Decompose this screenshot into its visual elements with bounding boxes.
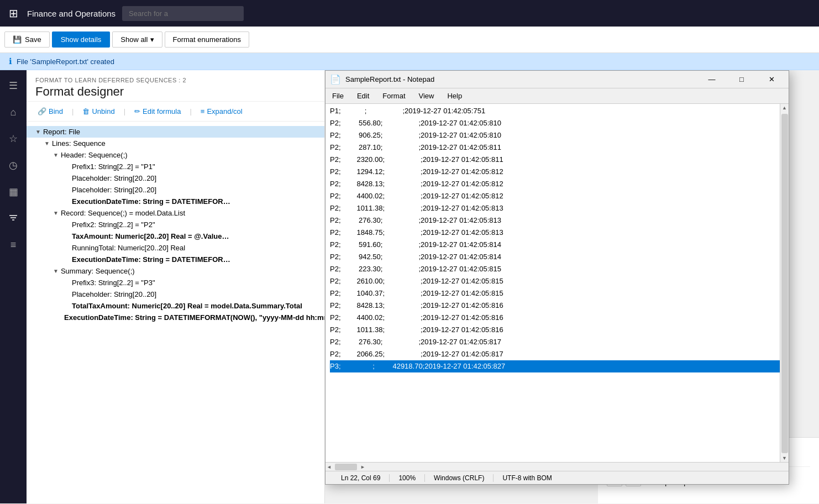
notepad-line: P2; 8428.13; ;2019-12-27 01:42:05:816 — [330, 300, 784, 312]
encoding: UTF-8 with BOM — [494, 474, 560, 482]
sidebar-icon-filter[interactable] — [2, 207, 24, 229]
line-endings: Windows (CRLF) — [425, 474, 494, 482]
top-bar: ⊞ Finance and Operations — [0, 0, 819, 27]
toolbar-separator-2: | — [124, 107, 125, 116]
show-all-button[interactable]: Show all ▾ — [112, 32, 162, 48]
sidebar-icon-clock[interactable]: ◷ — [2, 154, 24, 176]
tree-arrow-icon[interactable]: ▼ — [53, 268, 59, 274]
tree-item[interactable]: ▼Header: Sequence(;) — [27, 149, 324, 161]
tree-item[interactable]: TotalTaxAmount: Numeric[20..20] Real = m… — [27, 300, 324, 312]
tree-item[interactable]: Prefix1: String[2..2] = "P1" — [27, 161, 324, 172]
toolbar-separator-1: | — [72, 107, 74, 116]
save-icon: 💾 — [13, 35, 22, 44]
tree-item-label: Placeholder: String[20..20] — [72, 290, 156, 298]
tree-item-label: RunningTotal: Numeric[20..20] Real — [72, 244, 185, 252]
zoom-level: 100% — [390, 474, 425, 482]
tree-arrow-icon[interactable]: ▼ — [35, 129, 41, 135]
tree-item[interactable]: ExecutionDateTime: String = DATETIMEFOR… — [27, 254, 324, 265]
expand-col-button[interactable]: ≡ Expand/col — [198, 106, 245, 117]
tree-item[interactable]: Prefix3: String[2..2] = "P3" — [27, 277, 324, 288]
action-bar: 💾 Save Show details Show all ▾ Format en… — [0, 27, 819, 53]
notepad-line: P2; 276.30; ;2019-12-27 01:42:05:813 — [330, 214, 784, 227]
tree-item[interactable]: RunningTotal: Numeric[20..20] Real — [27, 242, 324, 254]
tree-item[interactable]: Placeholder: String[20..20] — [27, 184, 324, 196]
tree-item-label: Prefix3: String[2..2] = "P3" — [72, 279, 155, 287]
notepad-scrollbar-h[interactable]: ◄ ► — [326, 462, 789, 471]
menu-format[interactable]: Format — [376, 88, 412, 103]
notepad-title-bar: 📄 SampleReport.txt - Notepad — □ ✕ — [326, 71, 789, 88]
scroll-right-icon[interactable]: ► — [359, 464, 366, 470]
tree-arrow-icon[interactable]: ▼ — [44, 140, 50, 146]
tree-item[interactable]: Prefix2: String[2..2] = "P2" — [27, 219, 324, 230]
info-icon: ℹ — [9, 56, 12, 66]
scroll-left-icon[interactable]: ◄ — [326, 464, 333, 470]
tree-arrow-icon[interactable]: ▼ — [53, 210, 59, 216]
tree-item-label: Record: Sequence(;) = model.Data.List — [61, 209, 185, 217]
info-banner: ℹ File 'SampleReport.txt' created — [0, 53, 819, 70]
notepad-line: P2; 2066.25; ;2019-12-27 01:42:05:817 — [330, 348, 784, 360]
designer-subtitle: FORMAT TO LEARN DEFERRED SEQUENCES : 2 — [35, 77, 316, 83]
save-label: Save — [25, 35, 41, 44]
tree-item-label: ExecutionDateTime: String = DATETIMEFORM… — [64, 313, 324, 322]
menu-view[interactable]: View — [412, 88, 441, 103]
grid-icon[interactable]: ⊞ — [7, 4, 20, 22]
close-button[interactable]: ✕ — [759, 71, 784, 88]
notepad-window: 📄 SampleReport.txt - Notepad — □ ✕ File … — [325, 70, 789, 485]
edit-formula-button[interactable]: ✏ Edit formula — [132, 106, 183, 117]
notepad-line: P2; 1011.38; ;2019-12-27 01:42:05:816 — [330, 324, 784, 336]
notepad-line: P1; ; ;2019-12-27 01:42:05:751 — [330, 105, 784, 117]
tree-item-label: Header: Sequence(;) — [61, 151, 128, 159]
menu-file[interactable]: File — [326, 88, 350, 103]
tree-item[interactable]: Placeholder: String[20..20] — [27, 288, 324, 300]
scroll-up-icon[interactable]: ▲ — [781, 104, 788, 112]
designer-title: Format designer — [35, 85, 316, 99]
tree-item[interactable]: ▼Report: File — [27, 126, 324, 138]
tree-item[interactable]: Placeholder: String[20..20] — [27, 172, 324, 184]
sidebar-icon-list[interactable]: ≡ — [2, 234, 24, 256]
tree-item[interactable]: ▼Record: Sequence(;) = model.Data.List — [27, 207, 324, 219]
tree-arrow-icon[interactable]: ▼ — [53, 152, 59, 158]
tree-item-label: Placeholder: String[20..20] — [72, 174, 156, 182]
tree-item[interactable]: ▼Summary: Sequence(;) — [27, 265, 324, 277]
tree-item-label: Placeholder: String[20..20] — [72, 186, 156, 194]
notepad-menubar: File Edit Format View Help — [326, 88, 789, 104]
sidebar-icon-calendar[interactable]: ▦ — [2, 181, 24, 203]
notepad-line: P2; 1294.12; ;2019-12-27 01:42:05:812 — [330, 166, 784, 178]
notepad-line: P2; 223.30; ;2019-12-27 01:42:05:815 — [330, 263, 784, 275]
format-enumerations-button[interactable]: Format enumerations — [165, 32, 250, 48]
sidebar-icon-menu[interactable]: ☰ — [2, 75, 24, 97]
tree-item[interactable]: ExecutionDateTime: String = DATETIMEFOR… — [27, 196, 324, 207]
menu-help[interactable]: Help — [440, 88, 469, 103]
show-details-button[interactable]: Show details — [52, 32, 111, 48]
tree-item[interactable]: ExecutionDateTime: String = DATETIMEFORM… — [27, 312, 324, 323]
notepad-scrollbar-v[interactable]: ▲ ▼ — [780, 104, 789, 462]
tree-item-label: Lines: Sequence — [52, 139, 106, 148]
tree-item[interactable]: ▼Lines: Sequence — [27, 138, 324, 149]
notepad-line: P2; 287.10; ;2019-12-27 01:42:05:811 — [330, 141, 784, 154]
notepad-line: P2; 8428.13; ;2019-12-27 01:42:05:812 — [330, 178, 784, 190]
notepad-line: P2; 2610.00; ;2019-12-27 01:42:05:815 — [330, 275, 784, 287]
unbind-button[interactable]: 🗑 Unbind — [80, 106, 117, 117]
maximize-button[interactable]: □ — [729, 71, 754, 88]
cursor-position: Ln 22, Col 69 — [332, 474, 390, 482]
notepad-line: P2; 276.30; ;2019-12-27 01:42:05:817 — [330, 336, 784, 348]
tree-item-label: Prefix1: String[2..2] = "P1" — [72, 162, 155, 171]
sidebar-icon-home[interactable]: ⌂ — [2, 101, 24, 123]
tree-item-label: TaxAmount: Numeric[20..20] Real = @.Valu… — [72, 232, 229, 240]
unbind-icon: 🗑 — [82, 107, 90, 116]
scroll-down-icon[interactable]: ▼ — [781, 454, 788, 462]
tree-item[interactable]: TaxAmount: Numeric[20..20] Real = @.Valu… — [27, 230, 324, 242]
minimize-button[interactable]: — — [699, 71, 725, 88]
expand-icon: ≡ — [201, 107, 205, 116]
menu-edit[interactable]: Edit — [350, 88, 376, 103]
designer-panel: FORMAT TO LEARN DEFERRED SEQUENCES : 2 F… — [27, 70, 325, 503]
search-input[interactable] — [122, 6, 244, 21]
notepad-line: P2; 942.50; ;2019-12-27 01:42:05:814 — [330, 251, 784, 263]
main-layout: ☰ ⌂ ☆ ◷ ▦ ≡ FORMAT TO LEARN DEFERRED SEQ… — [0, 70, 819, 503]
save-button[interactable]: 💾 Save — [4, 32, 50, 48]
notepad-title: SampleReport.txt - Notepad — [345, 75, 695, 83]
bind-button[interactable]: 🔗 Bind — [35, 106, 65, 117]
tree-item-label: Summary: Sequence(;) — [61, 267, 135, 275]
sidebar-icon-star[interactable]: ☆ — [2, 128, 24, 150]
notepad-line: P2; 4400.02; ;2019-12-27 01:42:05:812 — [330, 190, 784, 202]
